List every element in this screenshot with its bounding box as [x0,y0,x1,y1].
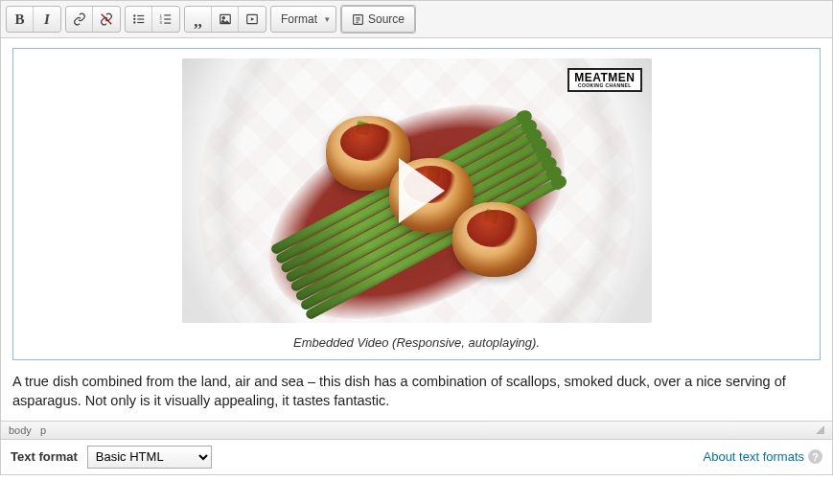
source-icon [352,13,364,26]
format-label: Format [281,12,317,26]
body-paragraph[interactable]: A true dish combined from the land, air … [12,372,821,411]
video-icon [245,12,259,26]
toolbar-group-link [65,6,121,33]
toolbar-group-list: 123 [125,6,180,33]
numbered-list-icon: 123 [159,12,173,26]
svg-point-1 [133,14,135,16]
text-format-select[interactable]: Basic HTML [87,446,212,469]
text-format-label: Text format [11,449,78,464]
bold-button[interactable]: B [7,7,34,32]
toolbar-group-media: ,, [184,6,266,33]
bullet-list-icon [132,12,146,26]
svg-rect-8 [164,14,171,15]
video-caption: Embedded Video (Responsive, autoplaying)… [23,335,810,350]
text-format-row: Text format Basic HTML About text format… [0,440,833,475]
about-text-formats-link[interactable]: About text formats ? [704,449,823,464]
link-button[interactable] [66,7,93,32]
svg-rect-10 [164,18,171,19]
path-tags: body p [9,424,52,436]
watermark-line2: COOKING CHANNEL [574,83,635,88]
numbered-list-button[interactable]: 123 [152,7,179,32]
unlink-button[interactable] [93,7,120,32]
format-dropdown[interactable]: Format ▾ [270,6,336,33]
svg-point-3 [133,18,135,20]
about-link-label: About text formats [704,449,805,464]
editor-toolbar: B I 123 ,, Format ▾ Source [1,1,832,38]
editor-content-area[interactable]: MEATMEN COOKING CHANNEL Embedded Video (… [1,38,832,421]
italic-button[interactable]: I [34,7,60,32]
svg-point-5 [133,21,135,23]
video-button[interactable] [239,7,266,32]
toolbar-group-source: Source [340,5,416,34]
wysiwyg-editor: B I 123 ,, Format ▾ Source [0,0,833,440]
image-button[interactable] [212,7,239,32]
play-icon[interactable] [374,148,460,234]
bullet-list-button[interactable] [126,7,152,32]
video-watermark: MEATMEN COOKING CHANNEL [567,68,641,92]
source-label: Source [368,12,405,26]
resize-handle[interactable] [816,425,824,434]
svg-rect-2 [137,15,144,16]
path-tag-body[interactable]: body [9,424,32,436]
source-button[interactable]: Source [341,6,415,33]
blockquote-button[interactable]: ,, [185,7,212,32]
chevron-down-icon: ▾ [325,14,330,24]
svg-text:3: 3 [160,20,163,25]
svg-rect-4 [137,18,144,19]
video-thumbnail[interactable]: MEATMEN COOKING CHANNEL [182,58,652,323]
embedded-video-block[interactable]: MEATMEN COOKING CHANNEL Embedded Video (… [12,48,821,360]
italic-icon: I [44,11,50,28]
path-tag-p[interactable]: p [40,424,46,436]
svg-point-14 [222,17,224,19]
text-format-controls: Text format Basic HTML [11,446,212,469]
link-icon [73,12,86,26]
unlink-icon [100,12,113,26]
bold-icon: B [14,11,24,28]
svg-rect-12 [164,23,171,24]
help-icon: ? [808,449,822,464]
image-icon [219,12,232,26]
element-path-bar: body p [1,421,832,439]
svg-rect-6 [137,22,144,23]
toolbar-group-text: B I [6,6,61,33]
scallop-graphic [452,202,537,277]
